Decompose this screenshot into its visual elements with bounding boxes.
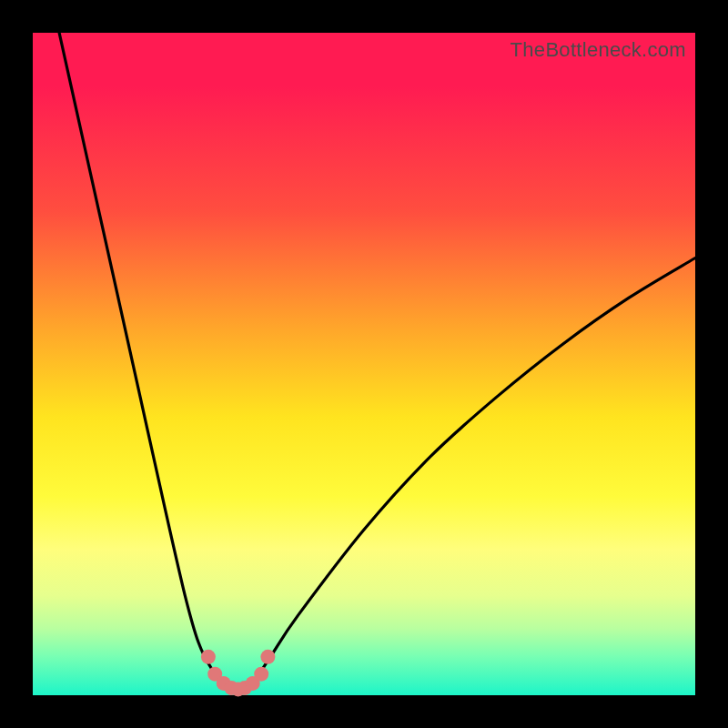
marker-dot (201, 650, 216, 664)
curve-path (59, 33, 695, 689)
marker-dot (260, 650, 275, 664)
bottleneck-curve (33, 33, 695, 695)
chart-frame: TheBottleneck.com (0, 0, 728, 728)
plot-area: TheBottleneck.com (33, 33, 695, 695)
marker-dot (254, 667, 268, 682)
marker-group (201, 650, 276, 697)
